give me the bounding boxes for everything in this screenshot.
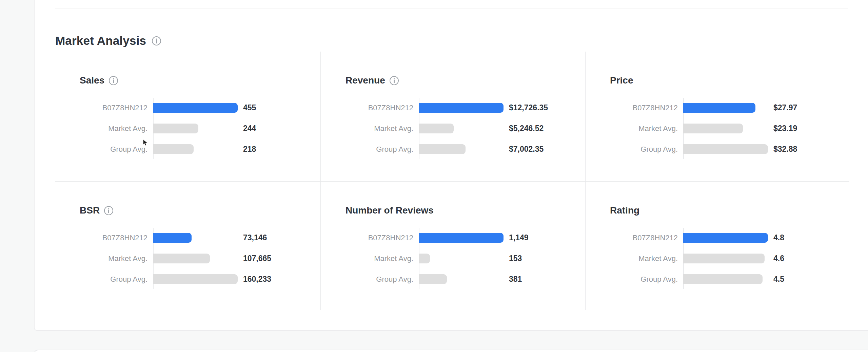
bar-track [419, 274, 504, 284]
metric-chart: BSR B07Z8HN212 73,146 Market Avg. [55, 181, 320, 310]
bar-row: B07Z8HN212 $27.97 [610, 103, 797, 113]
bar-row: B07Z8HN212 73,146 [80, 233, 271, 243]
bar [153, 124, 198, 133]
metric-chart: Sales B07Z8HN212 455 Market Avg. [55, 52, 320, 181]
chart-rows: B07Z8HN212 73,146 Market Avg. 107,665 Gr… [80, 233, 271, 284]
bar [683, 103, 755, 113]
bar-value: 455 [243, 103, 256, 112]
bar-row: Group Avg. $7,002.35 [346, 144, 548, 154]
metric-chart: Rating B07Z8HN212 4.8 Market Avg. 4.6 Gr… [585, 181, 849, 310]
bar-value: $32.88 [773, 145, 797, 154]
bar-value: 107,665 [243, 254, 271, 263]
chart-rows: B07Z8HN212 4.8 Market Avg. 4.6 Group Avg… [610, 233, 784, 284]
bar [419, 144, 466, 154]
bar [683, 124, 743, 133]
bar-value: $27.97 [773, 103, 797, 112]
bar-row: Group Avg. $32.88 [610, 144, 797, 154]
bar-value: 381 [509, 275, 522, 284]
chart-rows: B07Z8HN212 $12,726.35 Market Avg. $5,246… [346, 103, 548, 154]
bar [419, 254, 430, 263]
bar-track [153, 254, 238, 263]
bar-label: Market Avg. [610, 124, 678, 133]
bar-value: $5,246.52 [509, 124, 544, 133]
bar-value: 73,146 [243, 233, 267, 242]
bar-value: 4.6 [773, 254, 784, 263]
bar-value: $23.19 [773, 124, 797, 133]
bar-label: B07Z8HN212 [346, 104, 413, 112]
bar-label: B07Z8HN212 [80, 104, 147, 112]
bar-track [683, 124, 768, 133]
bar-value: 160,233 [243, 275, 271, 284]
bar-label: Group Avg. [346, 275, 413, 284]
chart-info-icon[interactable] [104, 206, 114, 216]
bar [153, 144, 194, 154]
bar-row: Group Avg. 4.5 [610, 274, 784, 284]
bar-value: 4.5 [773, 275, 784, 284]
chart-title: Sales [80, 75, 104, 86]
bar [419, 274, 447, 284]
bar-row: Market Avg. $23.19 [610, 124, 797, 133]
bar-row: Market Avg. 4.6 [610, 254, 784, 263]
chart-title: Price [610, 75, 633, 86]
bar-value: $7,002.35 [509, 145, 544, 154]
bar-label: Group Avg. [610, 145, 678, 154]
bar-label: B07Z8HN212 [610, 104, 678, 112]
bar-row: Group Avg. 160,233 [80, 274, 271, 284]
bar-row: Market Avg. $5,246.52 [346, 124, 548, 133]
bar-row: Market Avg. 107,665 [80, 254, 271, 263]
bar-label: B07Z8HN212 [80, 234, 147, 242]
bar-row: Group Avg. 218 [80, 144, 256, 154]
bar-track [153, 124, 238, 133]
bar-label: B07Z8HN212 [610, 234, 678, 242]
bar-row: B07Z8HN212 455 [80, 103, 256, 113]
chart-title: Rating [610, 205, 639, 216]
bar-value: 1,149 [509, 233, 529, 242]
bar-track [153, 274, 238, 284]
info-icon[interactable] [152, 36, 161, 46]
bar-track [683, 103, 768, 113]
bar-track [419, 233, 504, 243]
bar-track [419, 144, 504, 154]
section-divider [55, 8, 848, 8]
bar-value: 4.8 [773, 233, 784, 242]
page-title: Market Analysis [55, 34, 146, 48]
chart-header: Price [610, 74, 849, 87]
chart-title: Revenue [346, 75, 385, 86]
bar [683, 144, 768, 154]
bar-label: Group Avg. [80, 275, 147, 284]
bar-value: $12,726.35 [509, 103, 548, 112]
bar-label: Group Avg. [610, 275, 678, 284]
bar [419, 103, 504, 113]
bar-label: Market Avg. [346, 124, 413, 133]
bar-row: B07Z8HN212 $12,726.35 [346, 103, 548, 113]
metric-chart: Number of Reviews B07Z8HN212 1,149 Marke… [320, 181, 585, 310]
bar-track [153, 144, 238, 154]
metric-chart: Price B07Z8HN212 $27.97 Market Avg. $23.… [585, 52, 849, 181]
bar-row: B07Z8HN212 1,149 [346, 233, 529, 243]
chart-header: Revenue [346, 74, 585, 87]
chart-title: BSR [80, 205, 100, 216]
bar-value: 153 [509, 254, 522, 263]
chart-info-icon[interactable] [389, 76, 399, 86]
chart-header: BSR [80, 204, 320, 217]
chart-rows: B07Z8HN212 1,149 Market Avg. 153 Group A… [346, 233, 529, 284]
bar-track [419, 254, 504, 263]
bar-track [683, 274, 768, 284]
bar-track [153, 233, 238, 243]
bar [683, 274, 763, 284]
bar-label: Group Avg. [346, 145, 413, 154]
bar [153, 274, 238, 284]
chart-rows: B07Z8HN212 $27.97 Market Avg. $23.19 Gro… [610, 103, 797, 154]
bar [683, 254, 765, 263]
bar-track [683, 233, 768, 243]
bar-label: Market Avg. [346, 254, 413, 263]
bar-row: Market Avg. 244 [80, 124, 256, 133]
chart-info-icon[interactable] [108, 76, 118, 86]
bar-row: B07Z8HN212 4.8 [610, 233, 784, 243]
bar [419, 124, 454, 133]
bar-label: Market Avg. [80, 254, 147, 263]
section-heading: Market Analysis [55, 34, 161, 48]
bar-label: B07Z8HN212 [346, 234, 413, 242]
bar [153, 233, 192, 243]
bar-label: Market Avg. [80, 124, 147, 133]
